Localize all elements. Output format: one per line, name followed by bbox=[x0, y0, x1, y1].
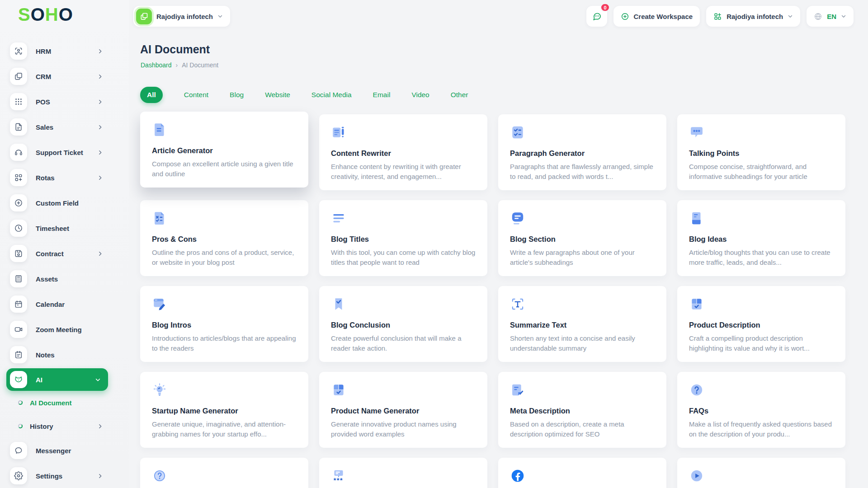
sidebar-item-ai[interactable]: AI bbox=[6, 368, 108, 391]
chevron-down-icon bbox=[95, 377, 101, 383]
template-card-paragraph-generator[interactable]: Paragraph GeneratorParagraphs that are f… bbox=[498, 114, 666, 190]
chevron-right-icon bbox=[97, 99, 103, 105]
contract-save-icon bbox=[10, 245, 27, 262]
tab-all[interactable]: All bbox=[140, 87, 163, 103]
card-title: Blog Ideas bbox=[689, 235, 834, 244]
chevron-right-icon bbox=[97, 74, 103, 80]
template-card-faqs[interactable]: FAQsMake a list of frequently asked ques… bbox=[677, 372, 845, 448]
card-title: Pros & Cons bbox=[152, 235, 297, 244]
sidebar-item-custom-field[interactable]: Custom Field bbox=[0, 190, 129, 216]
ai-fox-icon bbox=[10, 371, 27, 388]
sidebar-item-sales[interactable]: Sales bbox=[0, 114, 129, 140]
breadcrumb-dashboard-link[interactable]: Dashboard bbox=[141, 61, 172, 69]
sidebar-item-support-ticket[interactable]: Support Ticket bbox=[0, 140, 129, 165]
tab-website[interactable]: Website bbox=[265, 91, 290, 99]
card-description: Compose an excellent article using a giv… bbox=[152, 159, 297, 179]
sidebar-item-rotas[interactable]: Rotas bbox=[0, 165, 129, 190]
template-card-blog-conclusion[interactable]: Blog ConclusionCreate powerful conclusio… bbox=[319, 286, 487, 362]
chat-bubble-icon bbox=[10, 442, 27, 459]
template-card-product-description[interactable]: Product DescriptionCraft a compelling pr… bbox=[677, 286, 845, 362]
document-lines-icon bbox=[152, 122, 297, 141]
workspace-name: Rajodiya infotech bbox=[156, 13, 213, 20]
template-card-summarize-text[interactable]: Summarize TextShorten any text into a co… bbox=[498, 286, 666, 362]
sidebar-item-label: Notes bbox=[36, 351, 55, 359]
template-card-startup-name-generator[interactable]: Startup Name GeneratorGenerate unique, i… bbox=[140, 372, 308, 448]
sidebar-item-pos[interactable]: POS bbox=[0, 89, 129, 114]
create-workspace-button[interactable]: Create Workspace bbox=[613, 6, 700, 27]
template-card[interactable] bbox=[319, 458, 487, 488]
card-title: Article Generator bbox=[152, 146, 297, 155]
card-title: Startup Name Generator bbox=[152, 407, 297, 415]
template-card-talking-points[interactable]: Talking PointsCompose concise, straightf… bbox=[677, 114, 845, 190]
sidebar-item-history[interactable]: History bbox=[0, 414, 129, 438]
template-card-article-generator[interactable]: Article GeneratorCompose an excellent ar… bbox=[140, 112, 308, 188]
template-card-product-name-generator[interactable]: Product Name GeneratorGenerate innovativ… bbox=[319, 372, 487, 448]
sales-document-icon bbox=[10, 118, 27, 136]
sidebar-item-label: POS bbox=[36, 98, 50, 106]
card-title: Content Rewriter bbox=[331, 149, 476, 158]
template-card-blog-section[interactable]: Blog SectionWrite a few paragraphs about… bbox=[498, 200, 666, 276]
template-card-meta-description[interactable]: Meta DescriptionBased on a description, … bbox=[498, 372, 666, 448]
sidebar-item-messenger[interactable]: Messenger bbox=[0, 438, 129, 463]
logo-letter: O bbox=[59, 5, 73, 24]
card-title: Meta Description bbox=[510, 407, 655, 415]
calculator-icon bbox=[10, 270, 27, 287]
sidebar-item-timesheet[interactable]: Timesheet bbox=[0, 216, 129, 241]
template-card-blog-titles[interactable]: Blog TitlesWith this tool, you can come … bbox=[319, 200, 487, 276]
sidebar-item-hrm[interactable]: HRM bbox=[0, 38, 129, 64]
sidebar-item-crm[interactable]: CRM bbox=[0, 64, 129, 89]
workspace-selector[interactable]: Rajodiya infotech bbox=[133, 6, 230, 27]
company-selector[interactable]: Rajodiya infotech bbox=[706, 6, 800, 27]
card-description: Outline the pros and cons of a product, … bbox=[152, 248, 297, 267]
sidebar-item-label: HRM bbox=[36, 47, 51, 55]
sidebar-item-calendar[interactable]: Calendar bbox=[0, 291, 129, 317]
sidebar-item-zoom-meeting[interactable]: Zoom Meeting bbox=[0, 317, 129, 342]
card-title: Blog Section bbox=[510, 235, 655, 244]
soho-logo[interactable]: SOHO bbox=[18, 5, 73, 25]
checklist-icon bbox=[510, 125, 655, 144]
sidebar-item-label: Sales bbox=[36, 123, 53, 131]
clock-icon bbox=[10, 220, 27, 237]
sidebar-item-contract[interactable]: Contract bbox=[0, 241, 129, 266]
card-description: Generate unique, imaginative, and attent… bbox=[152, 419, 297, 439]
chevron-right-icon bbox=[97, 473, 103, 479]
language-selector[interactable]: EN bbox=[807, 6, 854, 27]
breadcrumb: Dashboard › AI Document bbox=[141, 61, 218, 69]
template-card[interactable] bbox=[140, 458, 308, 488]
section-block-icon bbox=[510, 211, 655, 230]
help-outline-icon bbox=[152, 468, 297, 487]
workspace-logo-icon bbox=[136, 9, 152, 24]
ai-template-grid: Article GeneratorCompose an excellent ar… bbox=[140, 114, 845, 488]
document-check-x-icon bbox=[152, 211, 297, 230]
sidebar-item-assets[interactable]: Assets bbox=[0, 266, 129, 291]
sidebar-item-ai-document[interactable]: AI Document bbox=[0, 391, 129, 414]
summarize-text-icon bbox=[510, 296, 655, 315]
sidebar-item-notes[interactable]: Notes bbox=[0, 342, 129, 367]
template-card[interactable] bbox=[498, 458, 666, 488]
company-name: Rajodiya infotech bbox=[726, 13, 783, 20]
chevron-down-icon bbox=[788, 14, 793, 19]
template-card-blog-ideas[interactable]: Blog IdeasArticle/blog thoughts that you… bbox=[677, 200, 845, 276]
page-title: AI Document bbox=[140, 43, 210, 56]
facebook-icon bbox=[510, 468, 655, 487]
tab-email[interactable]: Email bbox=[373, 91, 391, 99]
sidebar-item-settings[interactable]: Settings bbox=[0, 463, 129, 488]
template-card-blog-intros[interactable]: Blog IntrosIntroductions to articles/blo… bbox=[140, 286, 308, 362]
template-card-pros-cons[interactable]: Pros & ConsOutline the pros and cons of … bbox=[140, 200, 308, 276]
tab-video[interactable]: Video bbox=[411, 91, 429, 99]
tab-other[interactable]: Other bbox=[451, 91, 468, 99]
sidebar-item-label: Support Ticket bbox=[36, 149, 83, 156]
template-card[interactable] bbox=[677, 458, 845, 488]
breadcrumb-current: AI Document bbox=[182, 61, 218, 69]
sidebar-nav: HRMCRMPOSSalesSupport TicketRotasCustom … bbox=[0, 38, 129, 488]
template-card-content-rewriter[interactable]: Content RewriterEnhance content by rewri… bbox=[319, 114, 487, 190]
card-title: Talking Points bbox=[689, 149, 834, 158]
tab-content[interactable]: Content bbox=[184, 91, 208, 99]
tab-blog[interactable]: Blog bbox=[230, 91, 244, 99]
billboard-stars-icon bbox=[331, 468, 476, 487]
card-description: Based on a description, create a meta de… bbox=[510, 419, 655, 439]
messages-button[interactable]: 0 bbox=[586, 6, 607, 27]
grid-plus-icon bbox=[713, 12, 722, 21]
tab-social-media[interactable]: Social Media bbox=[311, 91, 352, 99]
sidebar-item-label: Contract bbox=[36, 250, 64, 258]
